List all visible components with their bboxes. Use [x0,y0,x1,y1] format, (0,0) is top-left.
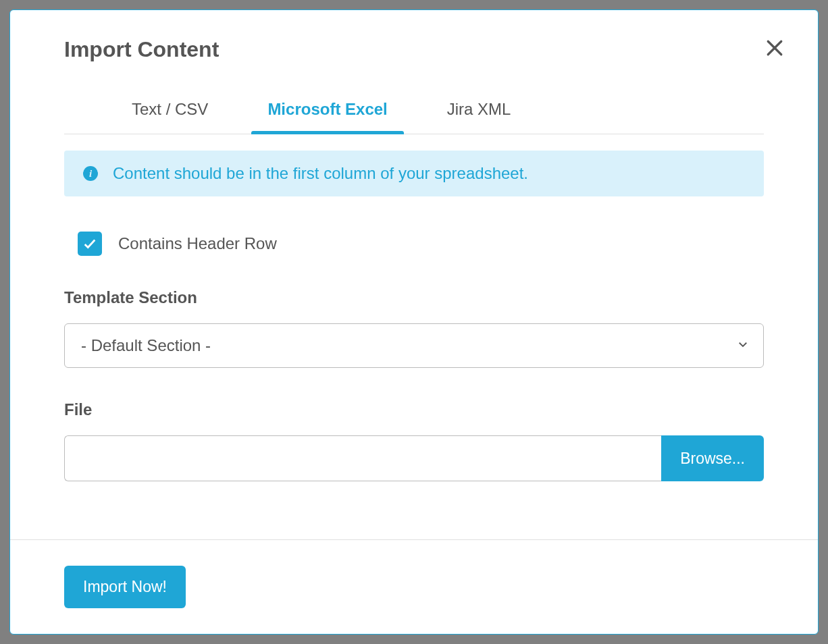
import-now-button[interactable]: Import Now! [64,566,186,608]
check-icon [82,236,97,251]
close-button[interactable] [761,34,788,61]
contains-header-checkbox[interactable] [78,232,102,256]
template-section-selected: - Default Section - [81,336,211,355]
file-row: Browse... [64,435,764,481]
tab-microsoft-excel[interactable]: Microsoft Excel [254,100,400,134]
info-banner: i Content should be in the first column … [64,151,764,196]
template-section-select[interactable]: - Default Section - [64,323,764,368]
browse-button[interactable]: Browse... [661,435,764,481]
checkbox-row: Contains Header Row [64,232,764,256]
tabs: Text / CSV Microsoft Excel Jira XML [64,100,764,134]
modal-footer: Import Now! [10,539,818,634]
modal-body: i Content should be in the first column … [10,134,818,539]
modal-title: Import Content [64,37,764,62]
file-label: File [64,400,764,419]
tab-jira-xml[interactable]: Jira XML [434,100,525,134]
tab-text-csv[interactable]: Text / CSV [118,100,222,134]
template-section-label: Template Section [64,288,764,307]
import-content-modal: Import Content Text / CSV Microsoft Exce… [9,9,819,635]
info-icon: i [83,166,98,181]
close-icon [766,39,783,57]
file-input[interactable] [64,435,661,481]
info-text: Content should be in the first column of… [113,164,528,183]
template-section-select-wrap: - Default Section - [64,323,764,368]
modal-header: Import Content Text / CSV Microsoft Exce… [10,10,818,134]
checkbox-label: Contains Header Row [118,234,277,253]
